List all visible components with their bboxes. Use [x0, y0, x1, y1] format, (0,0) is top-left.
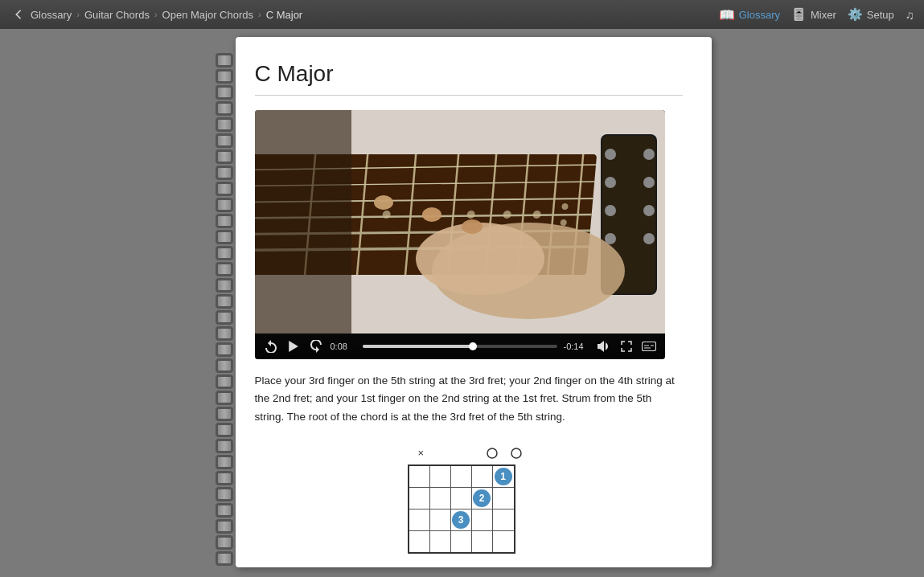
chord-cell-0-3: [472, 466, 493, 487]
spiral-coil: [216, 439, 233, 453]
finger-3-dot: 3: [452, 511, 470, 529]
video-progress-bar[interactable]: [363, 345, 557, 348]
mixer-button[interactable]: 🎚️ Mixer: [791, 7, 836, 22]
breadcrumb-open-major[interactable]: Open Major Chords: [162, 9, 253, 21]
spiral-coil: [216, 407, 233, 421]
chord-cell-2-4: [493, 509, 514, 530]
svg-point-33: [416, 223, 544, 295]
spiral-coil: [216, 391, 233, 405]
spiral-coil: [216, 230, 233, 244]
breadcrumb-sep-2: ›: [154, 10, 158, 19]
progress-fill: [363, 345, 474, 348]
captions-icon: [642, 342, 656, 351]
forward-icon: [310, 340, 322, 353]
breadcrumb-open-major-label: Open Major Chords: [162, 9, 253, 21]
svg-rect-39: [642, 342, 655, 351]
chord-cell-0-0: [409, 466, 430, 487]
string-indicator-5: [508, 445, 524, 461]
spiral-binding: [213, 37, 236, 567]
breadcrumb-glossary[interactable]: Glossary: [31, 9, 72, 21]
chord-cell-2-1: [430, 509, 451, 530]
breadcrumb-nav: Glossary › Guitar Chords › Open Major Ch…: [10, 6, 302, 23]
svg-point-44: [511, 448, 521, 458]
spiral-coil: [216, 198, 233, 212]
chord-cell-3-2: [451, 531, 472, 552]
fullscreen-icon: [621, 341, 632, 352]
spiral-coil: [216, 310, 233, 325]
back-button[interactable]: [10, 6, 27, 23]
svg-point-36: [462, 219, 483, 234]
spiral-coil: [216, 101, 233, 116]
finger-2-dot: 2: [473, 489, 491, 507]
chord-diagram-area: ×: [255, 445, 683, 567]
video-frame[interactable]: [255, 110, 665, 334]
spiral-coil: [216, 342, 233, 357]
breadcrumb-c-major[interactable]: C Major: [266, 9, 303, 21]
forward-button[interactable]: [308, 338, 324, 354]
spiral-coil: [216, 53, 233, 68]
spiral-coil: [216, 294, 233, 309]
volume-icon: [598, 341, 610, 352]
breadcrumb-glossary-label: Glossary: [31, 9, 72, 21]
svg-point-28: [605, 205, 616, 216]
video-controls: 0:08 -0:14: [255, 334, 665, 359]
svg-point-34: [374, 195, 393, 210]
spiral-coil: [216, 214, 233, 228]
guitar-video-frame: [255, 110, 665, 334]
fullscreen-button[interactable]: [618, 338, 634, 354]
open-string-circle-5: [510, 447, 523, 460]
breadcrumb-c-major-label: C Major: [266, 9, 303, 21]
chord-cell-2-3: [472, 509, 493, 530]
spiral-coil: [216, 487, 233, 501]
svg-point-27: [643, 177, 655, 188]
top-bar: Glossary › Guitar Chords › Open Major Ch…: [0, 0, 924, 29]
chord-grid: 1 2: [408, 464, 515, 554]
breadcrumb-guitar-chords[interactable]: Guitar Chords: [84, 9, 150, 21]
music-button[interactable]: ♫: [906, 8, 914, 22]
spiral-coil: [216, 149, 233, 164]
chord-cell-3-4: [493, 531, 514, 552]
setup-label: Setup: [867, 9, 894, 21]
glossary-button[interactable]: 📖 Glossary: [719, 7, 780, 23]
finger-1-dot: 1: [495, 468, 512, 485]
spiral-coil: [216, 471, 233, 485]
string-indicator-2: [437, 445, 453, 461]
spiral-coil: [216, 85, 233, 100]
progress-thumb[interactable]: [469, 342, 477, 350]
string-indicators: ×: [408, 445, 530, 461]
chord-row-3: [409, 531, 514, 552]
captions-button[interactable]: [641, 338, 657, 354]
chord-cell-2-2: 3: [451, 509, 472, 530]
glossary-icon: 📖: [719, 7, 735, 23]
spiral-coil: [216, 519, 233, 534]
spiral-coil: [216, 455, 233, 469]
chord-row-2: 3: [409, 509, 514, 531]
spiral-coil: [216, 374, 233, 389]
page: C Major: [236, 37, 712, 567]
breadcrumb-sep-3: ›: [258, 10, 261, 19]
svg-point-35: [422, 207, 441, 222]
string-indicator-4: [484, 445, 500, 461]
play-button[interactable]: [285, 338, 302, 354]
svg-point-43: [487, 448, 497, 458]
volume-button[interactable]: [596, 338, 612, 354]
spiral-coil: [216, 133, 233, 148]
svg-point-29: [643, 205, 655, 216]
svg-point-25: [643, 149, 655, 160]
chord-cell-0-1: [430, 466, 451, 487]
replay-button[interactable]: [263, 338, 279, 354]
top-bar-actions: 📖 Glossary 🎚️ Mixer ⚙️ Setup ♫: [719, 7, 914, 23]
chord-cell-0-4: 1: [493, 466, 514, 487]
spiral-coil: [216, 358, 233, 373]
current-time: 0:08: [331, 342, 356, 351]
video-container: 0:08 -0:14: [255, 110, 665, 359]
setup-button[interactable]: ⚙️ Setup: [848, 7, 894, 22]
spiral-coil: [216, 246, 233, 260]
mixer-icon: 🎚️: [791, 7, 807, 22]
breadcrumb-sep-1: ›: [76, 10, 80, 19]
setup-icon: ⚙️: [848, 7, 863, 22]
music-icon: ♫: [906, 8, 914, 22]
chord-cell-3-0: [409, 531, 430, 552]
string-indicator-3: [460, 445, 476, 461]
chord-cell-1-0: [409, 488, 430, 509]
